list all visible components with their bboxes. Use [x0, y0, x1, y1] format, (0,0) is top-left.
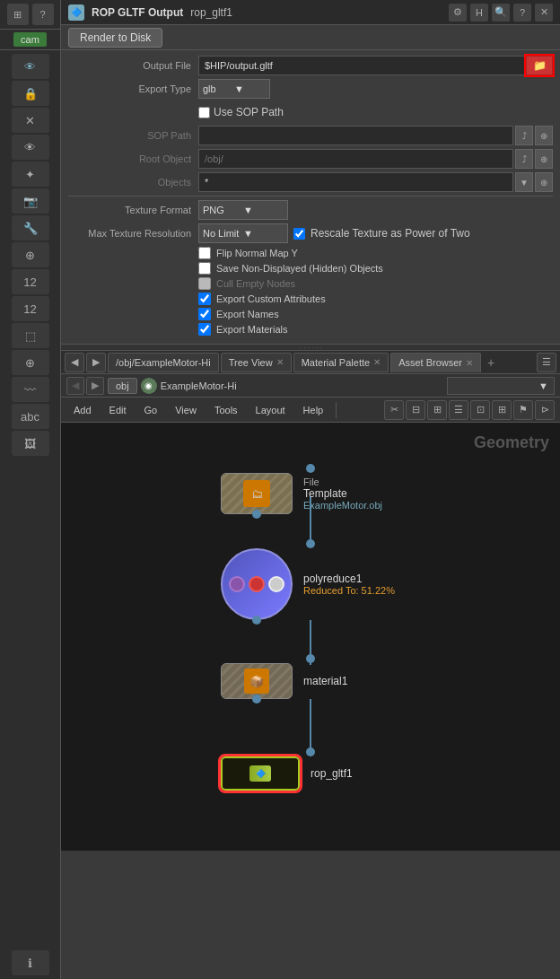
material-connector-top — [306, 654, 315, 663]
search-icon[interactable]: 🔍 — [492, 4, 510, 22]
menu-help[interactable]: Help — [296, 402, 331, 418]
bc-name-label: ExampleMotor-Hi — [161, 380, 237, 391]
export-names-checkbox[interactable] — [198, 308, 211, 320]
grid-icon[interactable]: ⊞ — [427, 400, 447, 420]
rop-gltf-inner: 🔷 — [233, 761, 287, 786]
tab-add-button[interactable]: + — [483, 354, 499, 371]
polyreduce-node[interactable]: polyreduce1 Reduced To: 51.22% — [221, 548, 395, 620]
file-browse-button[interactable]: 📁 — [526, 56, 553, 75]
resize-handle[interactable]: · · · · · · — [61, 344, 560, 351]
number12-icon[interactable]: 12 — [12, 269, 49, 294]
menu-go[interactable]: Go — [137, 402, 165, 418]
plusb-icon[interactable]: ⊕ — [12, 350, 49, 375]
tiles-icon[interactable]: ⊞ — [492, 400, 512, 420]
output-file-input[interactable] — [198, 56, 553, 75]
flip-normal-checkbox[interactable] — [198, 247, 211, 259]
polyreduce-detail-label: Reduced To: 51.22% — [303, 585, 395, 596]
export-type-dropdown[interactable]: glb ▼ — [198, 79, 270, 99]
cull-empty-nodes-checkbox[interactable] — [198, 277, 211, 290]
settings-icon[interactable]: ⚙ — [449, 4, 467, 22]
info-icon[interactable]: ℹ — [12, 950, 49, 975]
menu-view[interactable]: View — [168, 402, 204, 418]
root-object-pick-btn[interactable]: ⊕ — [535, 149, 553, 169]
nav2-icon[interactable]: ⊳ — [535, 400, 555, 420]
use-sop-path-checkbox[interactable] — [198, 107, 210, 118]
file-template-subtitle: ExampleMotor.obj — [303, 500, 382, 511]
export-custom-attrs-checkbox[interactable] — [198, 293, 211, 305]
tab-example-motor[interactable]: /obj/ExampleMotor-Hi — [108, 353, 219, 372]
tab-tree-view[interactable]: Tree View ✕ — [221, 353, 292, 372]
poly-connector-bottom — [252, 616, 261, 625]
tool-icon[interactable]: 🔧 — [12, 215, 49, 240]
tab-options-btn[interactable]: ☰ — [537, 353, 556, 372]
table-icon[interactable]: ⊡ — [470, 400, 490, 420]
flag-icon[interactable]: ⚑ — [513, 400, 533, 420]
h-icon[interactable]: H — [470, 4, 488, 22]
sop-path-pick-btn[interactable]: ⊕ — [535, 126, 553, 145]
align-icon[interactable]: ⊟ — [406, 400, 425, 420]
wave-icon[interactable]: 〰 — [12, 377, 49, 402]
node-graph[interactable]: Geometry 🗂 — [61, 423, 560, 851]
rop-gltf-node[interactable]: 🔷 rop_gltf1 — [221, 756, 353, 791]
menu-edit[interactable]: Edit — [102, 402, 134, 418]
rop-gltf-name-label: rop_gltf1 — [311, 767, 353, 780]
camera-selector[interactable]: cam — [13, 32, 47, 47]
camera-icon[interactable]: 📷 — [12, 188, 49, 214]
number12b-icon[interactable]: 12 — [12, 296, 49, 321]
objects-dropdown-btn[interactable]: ▼ — [515, 172, 533, 192]
plus-circle-icon[interactable]: ⊕ — [12, 242, 49, 267]
objects-input[interactable] — [198, 172, 513, 192]
list-icon[interactable]: ☰ — [449, 400, 468, 420]
bc-dd-button[interactable]: ▼ — [447, 377, 555, 395]
file-template-node[interactable]: 🗂 File Template ExampleMotor.obj — [221, 473, 382, 514]
menu-layout[interactable]: Layout — [249, 402, 293, 418]
bc-dropdown: ▼ — [447, 377, 555, 395]
title-bar: 🔷 ROP GLTF Output rop_gltf1 ⚙ H 🔍 ? ✕ — [61, 0, 560, 25]
save-non-displayed-checkbox[interactable] — [198, 262, 211, 275]
texture-format-dropdown[interactable]: PNG ▼ — [198, 200, 288, 220]
polyreduce-name-label: polyreduce1 — [303, 573, 395, 585]
x-icon[interactable]: ✕ — [12, 108, 49, 133]
view-icon[interactable]: 👁 — [12, 135, 49, 160]
bc-forward-btn[interactable]: ▶ — [86, 377, 104, 395]
export-materials-checkbox[interactable] — [198, 323, 211, 336]
star-icon[interactable]: ✦ — [12, 162, 49, 187]
tab-tree-view-close-icon[interactable]: ✕ — [276, 357, 284, 367]
file-template-name-label: Template — [303, 487, 382, 500]
grid-icon[interactable]: ⊞ — [7, 4, 29, 25]
bc-obj-button[interactable]: obj — [108, 378, 137, 394]
abc-icon[interactable]: abc — [12, 404, 49, 429]
help-btn-icon[interactable]: ? — [513, 4, 531, 22]
tab-material-palette-close-icon[interactable]: ✕ — [373, 357, 381, 367]
rescale-texture-checkbox[interactable] — [293, 228, 305, 240]
sop-path-jump-btn[interactable]: ⤴ — [515, 126, 533, 145]
objects-pick-btn[interactable]: ⊕ — [535, 172, 553, 192]
lock-icon[interactable]: 🔒 — [12, 81, 49, 106]
help-icon[interactable]: ? — [32, 4, 54, 25]
polyreduce-labels: polyreduce1 Reduced To: 51.22% — [303, 573, 395, 596]
nav-forward-btn[interactable]: ▶ — [86, 353, 106, 372]
tab-material-palette-label: Material Palette — [302, 357, 370, 368]
material-node[interactable]: 📦 material1 — [221, 663, 347, 699]
menu-tools[interactable]: Tools — [207, 402, 245, 418]
rop-gltf-inner-icon: 🔷 — [249, 765, 271, 782]
image-icon[interactable]: 🖼 — [12, 431, 49, 456]
max-texture-dropdown[interactable]: No Limit ▼ — [198, 223, 288, 243]
tab-asset-browser[interactable]: Asset Browser ✕ — [390, 353, 481, 372]
tab-material-palette[interactable]: Material Palette ✕ — [293, 353, 389, 372]
poly-circle-white — [268, 576, 284, 592]
snap-icon[interactable]: ✂ — [384, 400, 404, 420]
menu-add[interactable]: Add — [66, 402, 99, 418]
root-object-jump-btn[interactable]: ⤴ — [515, 149, 533, 169]
eye-icon[interactable]: 👁 — [12, 54, 49, 79]
toolbar-icons: ✂ ⊟ ⊞ ☰ ⊡ ⊞ ⚑ ⊳ — [384, 400, 555, 420]
root-object-input[interactable] — [198, 149, 513, 169]
rect-icon[interactable]: ⬚ — [12, 323, 49, 348]
tab-asset-browser-close-icon[interactable]: ✕ — [466, 358, 473, 368]
material-inner: 📦 — [222, 664, 292, 698]
nav-back-btn[interactable]: ◀ — [65, 353, 84, 372]
sop-path-input[interactable] — [198, 126, 513, 145]
close-icon[interactable]: ✕ — [535, 4, 553, 22]
bc-back-btn[interactable]: ◀ — [66, 377, 84, 395]
render-to-disk-button[interactable]: Render to Disk — [68, 28, 162, 48]
